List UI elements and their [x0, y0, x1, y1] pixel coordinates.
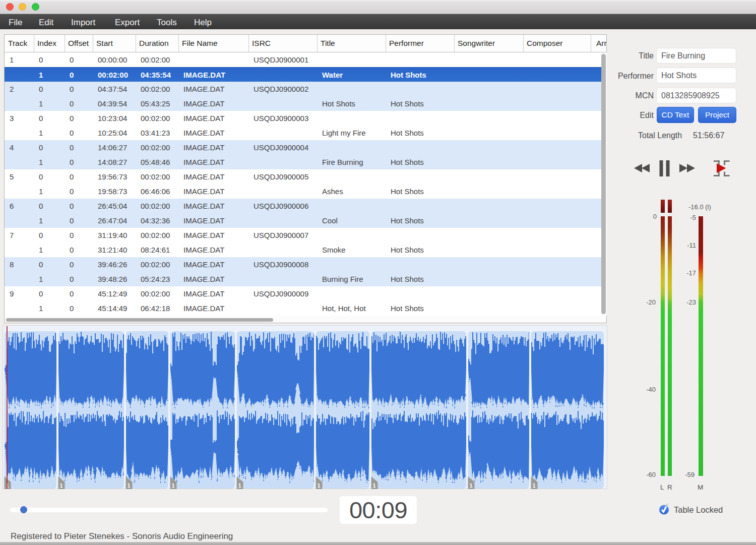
svg-text:1: 1 [469, 482, 472, 489]
svg-text:1: 1 [171, 482, 174, 489]
svg-text:1: 1 [532, 482, 535, 489]
svg-text:1: 1 [372, 482, 375, 489]
svg-text:1: 1 [238, 482, 241, 489]
svg-text:1: 1 [317, 482, 320, 489]
svg-text:1: 1 [59, 482, 62, 489]
svg-text:1: 1 [127, 482, 130, 489]
